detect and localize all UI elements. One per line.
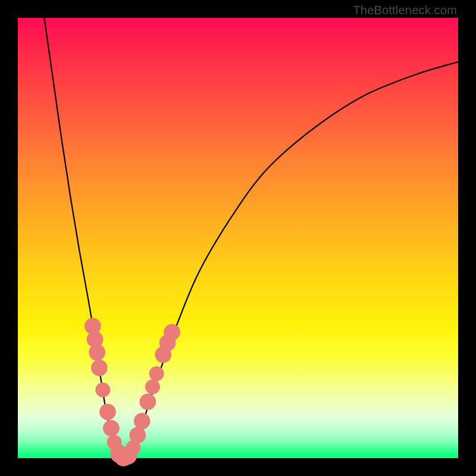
- watermark-text: TheBottleneck.com: [353, 4, 457, 17]
- plot-area: [18, 18, 458, 458]
- curve-marker: [99, 403, 116, 420]
- curve-marker: [89, 345, 105, 361]
- curve-marker: [91, 359, 108, 376]
- curve-marker: [139, 393, 156, 410]
- chart-frame: TheBottleneck.com: [0, 0, 476, 476]
- curve-markers: [84, 318, 180, 466]
- curve-marker: [164, 324, 180, 341]
- curve-marker: [95, 383, 110, 397]
- chart-svg: [18, 18, 458, 458]
- curve-marker: [129, 427, 146, 444]
- curve-marker: [134, 413, 151, 430]
- curve-marker: [145, 380, 160, 394]
- curve-marker: [149, 366, 164, 381]
- curve-marker: [103, 420, 120, 437]
